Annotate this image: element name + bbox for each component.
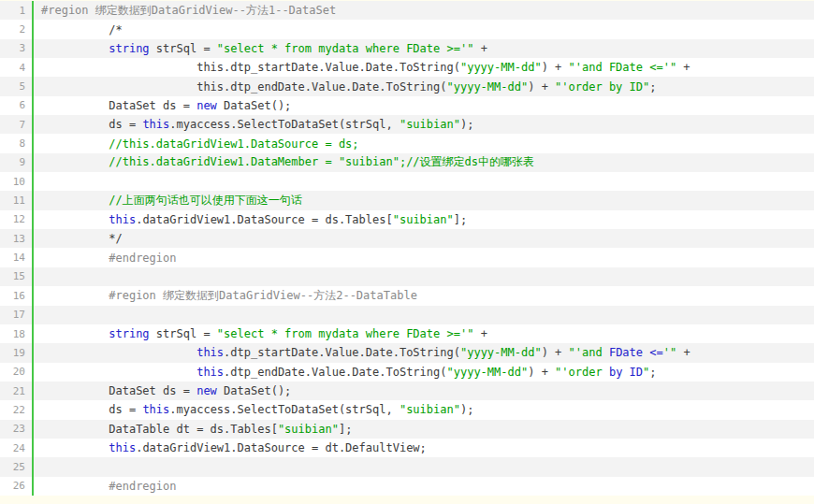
code-token: "suibian": [400, 118, 460, 131]
code-token: DataSet();: [217, 384, 291, 397]
line-number: 14: [0, 252, 32, 264]
code-line: 23 DataTable dt = ds.Tables["suibian"];: [0, 420, 814, 439]
code-text: this.dataGridView1.DataSource = ds.Table…: [32, 210, 814, 229]
line-number: 18: [0, 328, 32, 340]
code-line: 12 this.dataGridView1.DataSource = ds.Ta…: [0, 210, 814, 229]
line-number: 12: [0, 213, 32, 225]
line-number: 10: [0, 176, 32, 188]
code-token: ;: [649, 80, 656, 94]
code-token: this: [142, 403, 169, 416]
code-text: [32, 172, 814, 191]
code-token: "'and: [569, 346, 609, 359]
code-token: by ID: [609, 366, 643, 379]
code-text: ds = this.myaccess.SelectToDataSet(strSq…: [32, 115, 814, 134]
code-line: 17: [0, 306, 814, 324]
code-token: [41, 42, 109, 55]
code-token: +: [473, 327, 487, 340]
line-number: 2: [0, 23, 32, 36]
code-line: 2 /*: [0, 20, 814, 38]
code-token: this: [142, 118, 169, 131]
code-token: string: [109, 327, 149, 340]
code-token: .dtp_startDate.Value.Date.ToString(: [224, 346, 460, 359]
code-line: 6 DataSet ds = new DataSet();: [0, 96, 814, 115]
code-line: 26 #endregion: [0, 477, 814, 496]
code-token: this: [196, 346, 224, 359]
line-number: 1: [0, 5, 32, 17]
code-line: 21 DataSet ds = new DataSet();: [0, 382, 814, 400]
code-token: //上面两句话也可以使用下面这一句话: [41, 193, 302, 209]
code-text: #region 绑定数据到DataGridView--方法2--DataTabl…: [32, 286, 814, 305]
code-token: +: [676, 346, 690, 359]
code-token: #region 绑定数据到DataGridView--方法1--DataSet: [41, 3, 336, 19]
line-number: 20: [0, 366, 32, 378]
code-text: this.dtp_endDate.Value.Date.ToString("yy…: [32, 77, 814, 95]
code-line: 3 string strSql = "select * from mydata …: [0, 39, 814, 58]
line-number: 13: [0, 233, 32, 245]
code-text: #region 绑定数据到DataGridView--方法1--DataSet: [32, 1, 814, 20]
code-token: +: [473, 42, 487, 55]
code-token: ];: [339, 423, 352, 436]
code-token: '": [663, 346, 676, 359]
code-line: 18 string strSql = "select * from mydata…: [0, 324, 814, 343]
line-number: 11: [0, 194, 32, 207]
code-token: DataTable dt = ds.Tables[: [41, 423, 278, 436]
code-token: ) +: [542, 61, 569, 74]
code-text: this.dtp_startDate.Value.Date.ToString("…: [32, 343, 814, 362]
code-token: "'and FDate <='": [569, 61, 677, 74]
code-token: );: [460, 118, 473, 131]
code-text: DataTable dt = ds.Tables["suibian"];: [32, 420, 814, 439]
code-token: #region 绑定数据到DataGridView--方法2--DataTabl…: [41, 288, 417, 304]
code-text: //this.dataGridView1.DataMember = "suibi…: [32, 153, 814, 172]
code-text: /*: [32, 20, 814, 38]
line-number: 21: [0, 385, 32, 397]
line-number: 19: [0, 347, 32, 359]
code-token: .dtp_endDate.Value.Date.ToString(: [224, 366, 446, 379]
code-token: this: [196, 366, 224, 379]
code-token: .myaccess.SelectToDataSet(strSql,: [169, 118, 400, 131]
line-number: 23: [0, 423, 32, 435]
code-line: 19 this.dtp_startDate.Value.Date.ToStrin…: [0, 343, 814, 362]
code-token: [41, 327, 109, 340]
line-number: 15: [0, 270, 32, 282]
code-token: "'order by ID": [555, 80, 649, 94]
line-number: 5: [0, 80, 32, 93]
code-text: [32, 306, 814, 324]
code-line: 5 this.dtp_endDate.Value.Date.ToString("…: [0, 77, 814, 95]
code-token: */: [41, 232, 123, 245]
line-number: 26: [0, 480, 32, 492]
line-number: 22: [0, 404, 32, 416]
code-line: 20 this.dtp_endDate.Value.Date.ToString(…: [0, 363, 814, 382]
code-token: this.dtp_startDate.Value.Date.ToString(: [41, 61, 460, 74]
code-text: #endregion: [32, 248, 814, 266]
code-text: this.dataGridView1.DataSource = dt.Defau…: [32, 439, 814, 457]
code-token: .dataGridView1.DataSource = ds.Tables[: [136, 213, 393, 226]
line-number: 6: [0, 99, 32, 111]
line-number: 9: [0, 156, 32, 168]
code-token: this: [109, 441, 136, 454]
code-token: //this.dataGridView1.DataSource = ds;: [41, 137, 359, 151]
code-token: [41, 441, 109, 454]
line-number: 25: [0, 461, 32, 473]
code-token: FDate <=: [609, 346, 663, 359]
line-number: 24: [0, 442, 32, 454]
code-text: [32, 457, 814, 476]
code-token: ];: [454, 213, 467, 226]
code-token: ) +: [542, 346, 569, 359]
code-token: ) +: [528, 80, 555, 94]
code-line: 15: [0, 267, 814, 286]
code-text: string strSql = "select * from mydata wh…: [32, 39, 814, 58]
code-line: 9 //this.dataGridView1.DataMember = "sui…: [0, 153, 814, 172]
code-line: 16 #region 绑定数据到DataGridView--方法2--DataT…: [0, 286, 814, 305]
code-token: strSql =: [150, 327, 217, 340]
code-text: //this.dataGridView1.DataSource = ds;: [32, 134, 814, 152]
code-token: DataSet();: [217, 99, 291, 112]
code-token: DataSet ds =: [41, 384, 196, 397]
code-token: ds =: [41, 118, 142, 131]
code-token: /*: [41, 23, 123, 36]
code-token: ;: [649, 366, 656, 379]
code-line: 1#region 绑定数据到DataGridView--方法1--DataSet: [0, 1, 814, 20]
code-text: string strSql = "select * from mydata wh…: [32, 324, 814, 343]
code-text: ds = this.myaccess.SelectToDataSet(strSq…: [32, 400, 814, 419]
code-token: "yyyy-MM-dd": [446, 80, 528, 94]
code-line: 14 #endregion: [0, 248, 814, 266]
